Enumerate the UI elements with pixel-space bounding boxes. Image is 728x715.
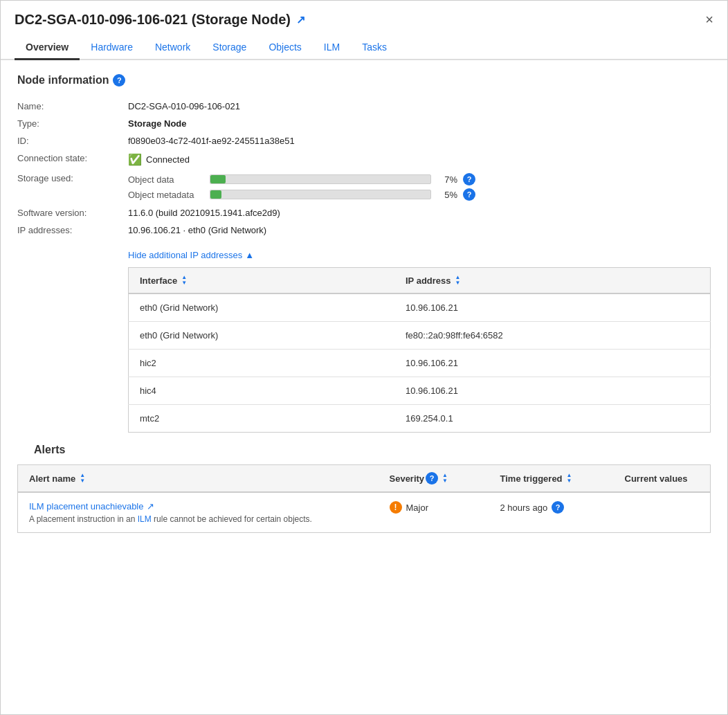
interface-cell: mtc2 xyxy=(129,405,395,433)
alert-current-values-cell xyxy=(614,492,711,533)
ip-addresses-table: Interface ▲▼ IP address ▲▼ xyxy=(128,267,711,433)
object-data-bar xyxy=(210,174,431,184)
ip-cell: 10.96.106.21 xyxy=(394,293,711,322)
chevron-up-icon: ▲ xyxy=(245,250,254,260)
tab-tasks[interactable]: Tasks xyxy=(351,36,398,60)
id-value: f0890e03-4c72-401f-ae92-245511a38e51 xyxy=(128,132,711,150)
info-row-type: Type: Storage Node xyxy=(17,115,711,132)
info-row-ip: IP addresses: 10.96.106.21 · eth0 (Grid … xyxy=(17,221,711,239)
severity-help-icon[interactable]: ? xyxy=(426,472,438,485)
object-data-bar-fill xyxy=(210,175,226,183)
object-metadata-bar-fill xyxy=(210,190,221,199)
interface-sort-icon[interactable]: ▲▼ xyxy=(181,275,187,286)
alerts-section: Alerts Alert name ▲▼ xyxy=(17,444,711,533)
alert-time-cell: 2 hours ago ? xyxy=(489,492,614,533)
col-severity: Severity ? ▲▼ xyxy=(379,465,489,493)
tabs: Overview Hardware Network Storage Object… xyxy=(1,36,727,60)
alert-external-link-icon[interactable]: ↗ xyxy=(147,501,154,512)
severity-major-icon: ! xyxy=(390,501,402,514)
storage-used-label: Storage used: xyxy=(17,170,128,204)
modal-title: DC2-SGA-010-096-106-021 (Storage Node) ↗ xyxy=(15,12,305,28)
alert-name-sort-icon[interactable]: ▲▼ xyxy=(80,473,85,484)
object-data-pct: 7% xyxy=(437,174,457,185)
info-row-id: ID: f0890e03-4c72-401f-ae92-245511a38e51 xyxy=(17,132,711,150)
object-data-help-icon[interactable]: ? xyxy=(463,173,475,185)
node-info-help-icon[interactable]: ? xyxy=(113,74,125,87)
node-info-title: Node information ? xyxy=(17,74,711,87)
time-sort-icon[interactable]: ▲▼ xyxy=(567,473,572,484)
interface-cell: hic2 xyxy=(129,350,395,377)
type-label: Type: xyxy=(17,115,128,132)
col-time-triggered: Time triggered ▲▼ xyxy=(489,465,614,493)
object-metadata-label: Object metadata xyxy=(128,190,204,200)
ip-table-row: hic210.96.106.21 xyxy=(129,350,711,377)
tab-network[interactable]: Network xyxy=(144,36,201,60)
tab-hardware[interactable]: Hardware xyxy=(80,36,144,60)
info-row-name: Name: DC2-SGA-010-096-106-021 xyxy=(17,98,711,115)
info-row-storage: Storage used: Object data 7% ? Object xyxy=(17,170,711,204)
software-label: Software version: xyxy=(17,204,128,221)
ip-cell: fe80::2a0:98ff:fe64:6582 xyxy=(394,322,711,350)
ip-table-row: eth0 (Grid Network)10.96.106.21 xyxy=(129,293,711,322)
alert-name-cell: ILM placement unachievable ↗ A placement… xyxy=(18,492,379,533)
object-data-label: Object data xyxy=(128,174,204,185)
col-ip-address: IP address ▲▼ xyxy=(394,268,711,294)
ip-cell: 10.96.106.21 xyxy=(394,350,711,377)
node-info-table: Name: DC2-SGA-010-096-106-021 Type: Stor… xyxy=(17,98,711,239)
interface-cell: hic4 xyxy=(129,377,395,405)
ilm-link[interactable]: ILM xyxy=(138,514,152,524)
time-help-icon[interactable]: ? xyxy=(552,501,564,514)
interface-cell: eth0 (Grid Network) xyxy=(129,322,395,350)
name-label: Name: xyxy=(17,98,128,115)
id-label: ID: xyxy=(17,132,128,150)
time-value: 2 hours ago xyxy=(500,503,548,513)
tab-ilm[interactable]: ILM xyxy=(313,36,351,60)
storage-used-value: Object data 7% ? Object metadata xyxy=(128,170,711,204)
col-interface: Interface ▲▼ xyxy=(129,268,395,294)
ip-table-row: eth0 (Grid Network)fe80::2a0:98ff:fe64:6… xyxy=(129,322,711,350)
object-metadata-help-icon[interactable]: ? xyxy=(463,188,475,201)
info-row-connection: Connection state: ✅ Connected xyxy=(17,150,711,170)
ip-table-row: mtc2169.254.0.1 xyxy=(129,405,711,433)
col-alert-name: Alert name ▲▼ xyxy=(18,465,379,493)
connection-label: Connection state: xyxy=(17,150,128,170)
hide-ip-addresses-link[interactable]: Hide additional IP addresses ▲ xyxy=(128,250,711,260)
ip-cell: 169.254.0.1 xyxy=(394,405,711,433)
object-metadata-bar xyxy=(210,190,431,199)
content-area: Node information ? Name: DC2-SGA-010-096… xyxy=(1,60,727,547)
alerts-title: Alerts xyxy=(17,444,711,456)
external-link-icon[interactable]: ↗ xyxy=(296,13,305,26)
col-current-values: Current values xyxy=(614,465,711,493)
alert-description: A placement instruction in an ILM rule c… xyxy=(29,514,367,524)
type-value: Storage Node xyxy=(128,115,711,132)
alert-row: ILM placement unachievable ↗ A placement… xyxy=(18,492,711,533)
alert-name-link[interactable]: ILM placement unachievable ↗ xyxy=(29,501,367,512)
close-button[interactable]: × xyxy=(705,12,713,28)
ip-table-row: hic410.96.106.21 xyxy=(129,377,711,405)
tab-objects[interactable]: Objects xyxy=(257,36,312,60)
info-row-software: Software version: 11.6.0 (build 20210915… xyxy=(17,204,711,221)
connected-icon: ✅ xyxy=(128,153,142,166)
ip-sort-icon[interactable]: ▲▼ xyxy=(455,275,461,286)
severity-sort-icon[interactable]: ▲▼ xyxy=(442,473,448,484)
tab-storage[interactable]: Storage xyxy=(201,36,257,60)
alerts-table: Alert name ▲▼ Severity ? xyxy=(17,464,711,533)
connection-value: ✅ Connected xyxy=(128,150,711,170)
object-metadata-pct: 5% xyxy=(437,190,457,200)
ip-value: 10.96.106.21 · eth0 (Grid Network) xyxy=(128,221,711,239)
ip-label: IP addresses: xyxy=(17,221,128,239)
name-value: DC2-SGA-010-096-106-021 xyxy=(128,98,711,115)
interface-cell: eth0 (Grid Network) xyxy=(129,293,395,322)
alert-severity-cell: ! Major xyxy=(379,492,489,533)
tab-overview[interactable]: Overview xyxy=(15,36,80,60)
software-value: 11.6.0 (build 20210915.1941.afce2d9) xyxy=(128,204,711,221)
severity-value: Major xyxy=(406,503,429,513)
ip-cell: 10.96.106.21 xyxy=(394,377,711,405)
